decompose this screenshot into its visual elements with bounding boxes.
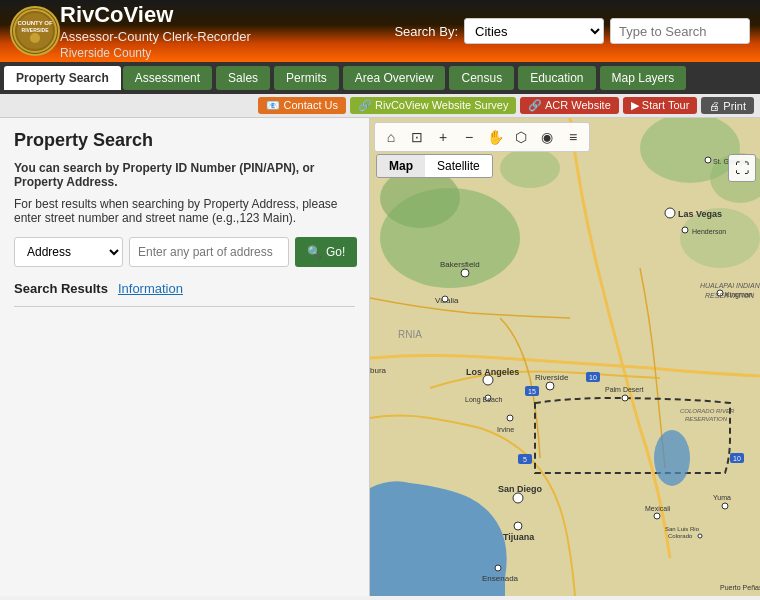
svg-point-32 bbox=[622, 395, 628, 401]
start-tour-button[interactable]: ▶ Start Tour bbox=[623, 97, 698, 114]
svg-text:RIVERSIDE: RIVERSIDE bbox=[22, 27, 50, 33]
go-button[interactable]: 🔍 Go! bbox=[295, 237, 357, 267]
action-bar: 📧 Contact Us 🔗 RivCoView Website Survey … bbox=[0, 94, 760, 118]
svg-point-30 bbox=[546, 382, 554, 390]
map-toolbar: ⌂ ⊡ + − ✋ ⬡ ◉ ≡ bbox=[374, 122, 590, 152]
nav-tab-census[interactable]: Census bbox=[449, 66, 514, 90]
svg-text:COUNTY OF: COUNTY OF bbox=[17, 20, 53, 26]
survey-button[interactable]: 🔗 RivCoView Website Survey bbox=[350, 97, 517, 114]
nav-tab-area-overview[interactable]: Area Overview bbox=[343, 66, 446, 90]
svg-text:5: 5 bbox=[523, 456, 527, 463]
svg-text:bura: bura bbox=[370, 366, 387, 375]
svg-text:San Diego: San Diego bbox=[498, 484, 543, 494]
app-subtitle: Assessor-County Clerk-Recorder bbox=[60, 29, 394, 46]
svg-text:Bakersfield: Bakersfield bbox=[440, 260, 480, 269]
nav-tab-education[interactable]: Education bbox=[518, 66, 595, 90]
search-icon: 🔍 bbox=[307, 245, 322, 259]
svg-point-9 bbox=[500, 148, 560, 188]
svg-text:HUALAPAI INDIAN: HUALAPAI INDIAN bbox=[700, 282, 760, 289]
svg-text:Tijuana: Tijuana bbox=[503, 532, 535, 542]
svg-text:RNIA: RNIA bbox=[398, 329, 422, 340]
svg-text:Yuma: Yuma bbox=[713, 494, 731, 501]
search-note2: For best results when searching by Prope… bbox=[14, 197, 355, 225]
nav-tab-sales[interactable]: Sales bbox=[216, 66, 270, 90]
main-content: Property Search You can search by Proper… bbox=[0, 118, 760, 596]
header-search-input[interactable] bbox=[610, 18, 750, 44]
svg-point-38 bbox=[495, 565, 501, 571]
search-by-select[interactable]: Cities ZIP Code Community Supervisor Dis… bbox=[464, 18, 604, 44]
fullscreen-button[interactable]: ⛶ bbox=[728, 154, 756, 182]
svg-text:Las Vegas: Las Vegas bbox=[678, 209, 722, 219]
select-button[interactable]: ⬡ bbox=[509, 125, 533, 149]
app-title: RivCoView bbox=[60, 2, 394, 28]
svg-point-40 bbox=[654, 513, 660, 519]
header: COUNTY OF RIVERSIDE RivCoView Assessor-C… bbox=[0, 0, 760, 62]
svg-point-14 bbox=[665, 208, 675, 218]
svg-text:Colorado: Colorado bbox=[668, 533, 693, 539]
home-tool-button[interactable]: ⌂ bbox=[379, 125, 403, 149]
svg-text:RESERVATION: RESERVATION bbox=[705, 292, 755, 299]
nav-tab-assessment[interactable]: Assessment bbox=[123, 66, 212, 90]
results-tabs: Search Results Information bbox=[14, 281, 355, 298]
svg-point-54 bbox=[442, 296, 448, 302]
zoom-fit-button[interactable]: ⊡ bbox=[405, 125, 429, 149]
svg-point-22 bbox=[461, 269, 469, 277]
print-button[interactable]: 🖨 Print bbox=[701, 97, 754, 114]
nav-tab-property-search[interactable]: Property Search bbox=[4, 66, 121, 90]
svg-text:Los Angeles: Los Angeles bbox=[466, 367, 519, 377]
header-search: Search By: Cities ZIP Code Community Sup… bbox=[394, 18, 750, 44]
divider bbox=[14, 306, 355, 307]
logo: COUNTY OF RIVERSIDE bbox=[10, 6, 60, 56]
svg-point-13 bbox=[654, 430, 690, 486]
search-note1: You can search by Property ID Number (PI… bbox=[14, 161, 355, 189]
search-by-label: Search By: bbox=[394, 24, 458, 39]
header-text: RivCoView Assessor-County Clerk-Recorder… bbox=[60, 2, 394, 59]
acr-website-button[interactable]: 🔗 ACR Website bbox=[520, 97, 618, 114]
svg-text:Long Beach: Long Beach bbox=[465, 396, 502, 404]
svg-text:10: 10 bbox=[733, 455, 741, 462]
map-tab[interactable]: Map bbox=[377, 155, 425, 177]
search-controls: Address PIN/APN Owner Name 🔍 Go! bbox=[14, 237, 355, 267]
nav-tab-permits[interactable]: Permits bbox=[274, 66, 339, 90]
svg-text:Mexicali: Mexicali bbox=[645, 505, 671, 512]
svg-text:San Luis Rio: San Luis Rio bbox=[665, 526, 700, 532]
address-input[interactable] bbox=[129, 237, 289, 267]
svg-text:Palm Desert: Palm Desert bbox=[605, 386, 644, 393]
zoom-out-button[interactable]: − bbox=[457, 125, 481, 149]
zoom-in-button[interactable]: + bbox=[431, 125, 455, 149]
svg-text:10: 10 bbox=[589, 374, 597, 381]
svg-point-18 bbox=[705, 157, 711, 163]
svg-point-28 bbox=[507, 415, 513, 421]
svg-point-36 bbox=[514, 522, 522, 530]
svg-text:Riverside: Riverside bbox=[535, 373, 569, 382]
layers-button[interactable]: ◉ bbox=[535, 125, 559, 149]
contact-us-button[interactable]: 📧 Contact Us bbox=[258, 97, 345, 114]
information-tab[interactable]: Information bbox=[118, 281, 183, 298]
svg-text:RESERVATION: RESERVATION bbox=[685, 416, 728, 422]
svg-text:Ensenada: Ensenada bbox=[482, 574, 519, 583]
panel-title: Property Search bbox=[14, 130, 355, 151]
svg-point-16 bbox=[682, 227, 688, 233]
satellite-tab[interactable]: Satellite bbox=[425, 155, 492, 177]
svg-point-4 bbox=[30, 33, 40, 43]
svg-text:Irvine: Irvine bbox=[497, 426, 514, 433]
map-canvas: Las Vegas Henderson St. George Kingman B… bbox=[370, 118, 760, 596]
map-area[interactable]: ⌂ ⊡ + − ✋ ⬡ ◉ ≡ Map Satellite ⛶ bbox=[370, 118, 760, 596]
search-type-select[interactable]: Address PIN/APN Owner Name bbox=[14, 237, 123, 267]
svg-text:COLORADO RIVER: COLORADO RIVER bbox=[680, 408, 735, 414]
search-results-tab[interactable]: Search Results bbox=[14, 281, 108, 298]
left-panel: Property Search You can search by Proper… bbox=[0, 118, 370, 596]
pan-button[interactable]: ✋ bbox=[483, 125, 507, 149]
svg-point-44 bbox=[698, 534, 702, 538]
nav-bar: Property Search Assessment Sales Permits… bbox=[0, 62, 760, 94]
svg-point-34 bbox=[513, 493, 523, 503]
svg-text:Henderson: Henderson bbox=[692, 228, 726, 235]
search-note1-bold: You can search by Property ID Number (PI… bbox=[14, 161, 315, 189]
svg-text:15: 15 bbox=[528, 388, 536, 395]
nav-tab-map-layers[interactable]: Map Layers bbox=[600, 66, 687, 90]
svg-text:Puerto Peñasco: Puerto Peñasco bbox=[720, 584, 760, 591]
map-type-tabs: Map Satellite bbox=[376, 154, 493, 178]
county-name: Riverside County bbox=[60, 46, 394, 60]
svg-point-42 bbox=[722, 503, 728, 509]
menu-button[interactable]: ≡ bbox=[561, 125, 585, 149]
